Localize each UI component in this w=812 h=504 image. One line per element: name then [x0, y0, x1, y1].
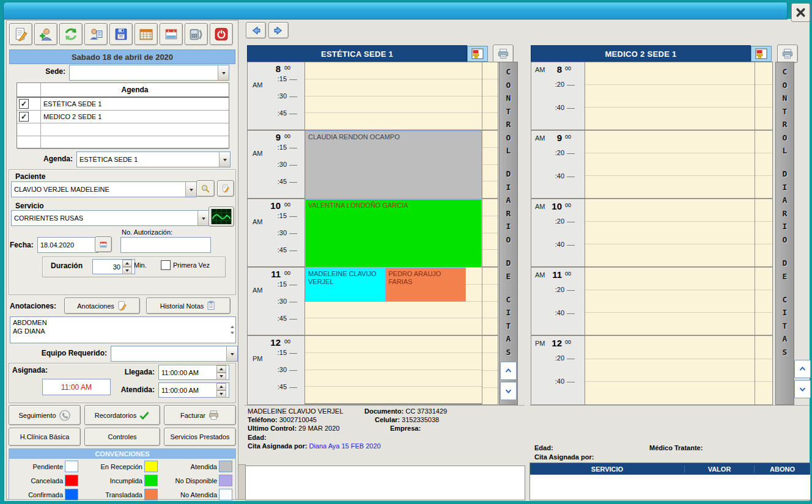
agenda-row[interactable]	[17, 136, 229, 149]
facturar-button[interactable]: Facturar	[164, 405, 236, 425]
service-monitor-button[interactable]	[209, 206, 234, 227]
controles-button[interactable]: Controles	[84, 428, 160, 446]
duracion-spin-buttons[interactable]	[122, 260, 132, 274]
time-slot[interactable]	[482, 165, 498, 182]
time-slot[interactable]	[482, 285, 498, 302]
time-slot[interactable]	[305, 62, 482, 79]
print-button[interactable]	[493, 45, 514, 63]
agenda-select[interactable]: ESTÉTICA SEDE 1	[76, 152, 231, 167]
time-slot[interactable]	[305, 302, 482, 319]
appointment[interactable]: VALENTINA LONDOÑO GARCIA	[305, 199, 482, 268]
appointment[interactable]: PEDRO ARAUJO FARIAS	[385, 268, 466, 302]
time-slot[interactable]	[585, 313, 755, 335]
chevron-down-icon[interactable]	[218, 65, 229, 80]
toolbar-refresh-button[interactable]	[59, 23, 83, 45]
time-slot[interactable]	[482, 353, 498, 370]
time-slot[interactable]	[755, 336, 772, 359]
fecha-input[interactable]: 18.04.2020	[37, 237, 98, 253]
toolbar-phone-directory-button[interactable]	[185, 23, 208, 45]
time-slot[interactable]	[482, 250, 498, 266]
appointment[interactable]: MADELEINE CLAVIJO VERJEL	[305, 268, 385, 302]
time-slot[interactable]	[305, 370, 482, 387]
time-slot[interactable]	[585, 199, 755, 222]
toolbar-patient-record-button[interactable]	[84, 23, 108, 45]
equipo-select[interactable]	[111, 346, 238, 362]
time-slot[interactable]	[755, 382, 772, 404]
time-slot[interactable]	[482, 233, 498, 250]
fecha-calendar-button[interactable]	[95, 236, 112, 252]
time-slot[interactable]	[755, 85, 772, 108]
time-slot[interactable]	[755, 176, 772, 198]
prev-day-button[interactable]	[246, 22, 266, 38]
time-slot[interactable]	[482, 79, 498, 97]
llegada-spin-buttons[interactable]	[216, 365, 226, 379]
toolbar-add-patient-button[interactable]	[34, 23, 57, 45]
agenda-row[interactable]	[17, 123, 229, 136]
notas-textarea[interactable]: ABDOMEN AG DIANA	[10, 316, 236, 343]
agenda-checkbox[interactable]: ✓	[19, 99, 29, 109]
print-button[interactable]	[777, 45, 798, 63]
sede-select[interactable]	[69, 65, 229, 81]
recordatorios-button[interactable]: Recordatorios	[84, 405, 160, 425]
time-slot[interactable]	[585, 131, 755, 153]
agenda-row[interactable]: ✓ESTÉTICA SEDE 1	[17, 98, 229, 111]
time-slot[interactable]	[305, 353, 482, 370]
time-slot[interactable]	[482, 131, 498, 148]
time-slot[interactable]	[755, 313, 772, 335]
time-slot[interactable]	[482, 97, 498, 114]
time-slot[interactable]	[755, 199, 772, 222]
time-slot[interactable]	[482, 268, 498, 285]
time-slot[interactable]	[585, 176, 755, 198]
time-slot[interactable]	[482, 216, 498, 233]
time-slot[interactable]	[755, 131, 772, 153]
chevron-down-icon[interactable]	[197, 211, 209, 225]
chevron-down-icon[interactable]	[219, 152, 230, 167]
chevron-down-icon[interactable]	[226, 346, 237, 361]
time-slot[interactable]	[482, 302, 498, 319]
time-slot[interactable]	[305, 113, 482, 130]
scroll-down-button[interactable]	[794, 380, 811, 398]
agenda-checkbox[interactable]: ✓	[19, 112, 29, 122]
anotaciones-button[interactable]: Anotaciones	[64, 298, 140, 314]
toolbar-save-button[interactable]	[109, 23, 133, 45]
appointment[interactable]: CLAUDIA RENDON OCAMPO	[305, 131, 482, 199]
time-slot[interactable]	[482, 318, 498, 335]
search-patient-button[interactable]	[196, 180, 215, 197]
time-slot[interactable]	[585, 382, 755, 404]
atendida-stepper[interactable]: 11:00:00 AM	[158, 382, 229, 398]
time-slot[interactable]	[482, 181, 498, 198]
h-cl-nica-b-sica-button[interactable]: H.Clínica Básica	[9, 428, 81, 446]
toolbar-mini-calendar-button[interactable]	[160, 23, 183, 45]
seguimiento-button[interactable]: Seguimiento	[9, 405, 81, 425]
primera-vez-checkbox[interactable]	[161, 260, 171, 270]
time-slot[interactable]	[585, 244, 755, 266]
time-slot[interactable]	[305, 318, 482, 335]
time-slot[interactable]	[755, 222, 772, 244]
time-slot[interactable]	[585, 62, 755, 85]
window-titlebar[interactable]	[3, 2, 788, 20]
servicio-select[interactable]: CORRIENTES RUSAS	[11, 210, 209, 226]
scroll-down-button[interactable]	[500, 382, 517, 400]
status-chart-button[interactable]	[751, 46, 772, 62]
time-slot[interactable]	[755, 359, 772, 382]
time-slot[interactable]	[482, 199, 498, 216]
status-chart-button[interactable]	[467, 46, 488, 62]
scroll-up-icon[interactable]	[231, 318, 234, 326]
next-day-button[interactable]	[268, 22, 289, 38]
time-slot[interactable]	[482, 388, 498, 404]
time-slot[interactable]	[482, 371, 498, 388]
time-slot[interactable]	[305, 336, 482, 353]
autorizacion-input[interactable]	[120, 237, 211, 253]
time-slot[interactable]	[585, 153, 755, 176]
time-slot[interactable]	[305, 387, 482, 403]
time-slot[interactable]	[585, 85, 755, 108]
time-slot[interactable]	[585, 290, 755, 313]
time-slot[interactable]	[585, 336, 755, 359]
paciente-select[interactable]: CLAVIJO VERJEL MADELEINE	[11, 181, 197, 197]
historial-notas-button[interactable]: Historial Notas	[146, 298, 231, 314]
time-slot[interactable]	[482, 113, 498, 130]
time-slot[interactable]	[755, 62, 772, 85]
time-slot[interactable]	[482, 62, 498, 79]
servicios-prestados-button[interactable]: Servicios Prestados	[164, 428, 236, 446]
time-slot[interactable]	[585, 108, 755, 130]
